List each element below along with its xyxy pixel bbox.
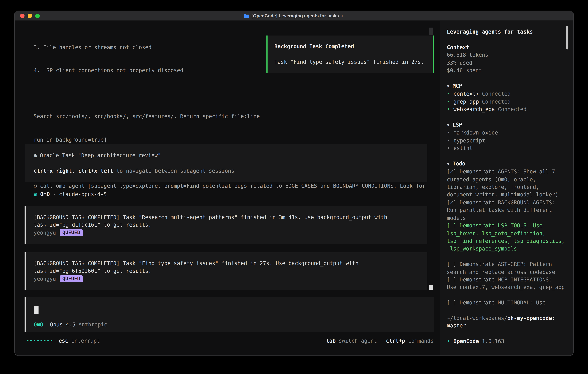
message-line: task_id="bg_6f59260c" to get results. <box>33 267 427 275</box>
mcp-section-header[interactable]: ▼MCP <box>447 82 571 90</box>
lsp-item: •typescript <box>447 137 571 144</box>
terminal-scrollback: 3. File handles or streams not closed 4.… <box>33 28 434 344</box>
focus-icon: ◐ <box>341 13 344 18</box>
context-tokens: 66,518 tokens <box>447 51 571 59</box>
message-author: yeongyu <box>33 229 56 237</box>
separator-dot: · <box>53 191 56 197</box>
current-agent: OmO <box>33 321 43 327</box>
zoom-window-button[interactable] <box>35 14 40 18</box>
agent-square-icon: ▣ <box>33 191 37 197</box>
context-used: 33% used <box>447 59 571 66</box>
tool-call-line: ⚙ call_omo_agent [subagent_type=explore,… <box>33 182 434 190</box>
mcp-item: •websearch_exaConnected <box>447 105 571 113</box>
message-line: [BACKGROUND TASK COMPLETED] Task "Resear… <box>33 213 427 221</box>
chevron-down-icon: ▼ <box>447 122 450 128</box>
session-sidebar: Leveraging agents for tasks Context 66,5… <box>441 21 573 356</box>
titlebar: [OpenCode] Leveraging agents for tasks ◐ <box>15 11 573 21</box>
text-cursor <box>34 306 39 314</box>
status-dot-icon: • <box>447 106 450 112</box>
current-model: Opus 4.5 <box>50 321 75 327</box>
workspace-path: ~/local-workspaces/oh-my-opencode: <box>447 314 571 322</box>
lsp-section-header[interactable]: ▼LSP <box>447 121 571 129</box>
chat-main: 3. File handles or streams not closed 4.… <box>15 21 441 356</box>
screen: [OpenCode] Leveraging agents for tasks ◐… <box>0 0 588 374</box>
status-dot-icon: • <box>447 137 450 144</box>
tab-key-label: switch agent <box>339 338 377 344</box>
todo-item-pending: [ ] Demonstrate MULTIMODAL: Use <box>447 299 571 306</box>
version-line: •OpenCode1.0.163 <box>447 337 571 345</box>
hint-keys: ctrl+x right, ctrl+x left <box>33 168 113 174</box>
workspace-branch: master <box>447 322 571 330</box>
agent-name: OmO <box>40 191 50 197</box>
model-info-row: OmOOpus 4.5Anthropic <box>33 321 107 328</box>
oracle-task-title: ◉Oracle Task "Deep architecture review" <box>33 151 427 159</box>
message-author: yeongyu <box>33 275 56 283</box>
todo-item-pending: [ ] Demonstrate AST-GREP: Pattern search… <box>447 260 571 276</box>
todo-item-active: [ ] Demonstrate LSP TOOLS: Use lsp_hover… <box>447 222 571 252</box>
window-title-text: [OpenCode] Leveraging agents for tasks <box>252 13 339 18</box>
close-window-button[interactable] <box>20 14 24 18</box>
message-line: task_id="bg_dcfac161" to get results. <box>33 221 427 229</box>
agent-model: claude-opus-4-5 <box>59 191 107 197</box>
agent-header: ▣OmO·claude-opus-4-5 <box>33 190 107 198</box>
scrollback-line <box>33 90 434 97</box>
status-dot-icon: • <box>447 98 450 104</box>
queued-message: [BACKGROUND TASK COMPLETED] Task "Find t… <box>25 252 427 290</box>
commands-key-label: commands <box>408 338 434 344</box>
scrollback-line: run_in_background=true] <box>33 136 434 144</box>
commands-key-hint: ctrl+p <box>386 338 405 344</box>
tab-key-hint: tab <box>326 338 336 344</box>
minimize-window-button[interactable] <box>28 14 32 18</box>
folder-icon <box>244 14 249 18</box>
todo-item-done: [✓] Demonstrate BACKGROUND AGENTS: Run p… <box>447 198 571 222</box>
toast-body: Task "Find type safety issues" finished … <box>274 58 427 66</box>
queued-message: [BACKGROUND TASK COMPLETED] Task "Resear… <box>25 206 427 244</box>
esc-key-label: interrupt <box>71 338 100 344</box>
window-title: [OpenCode] Leveraging agents for tasks ◐ <box>244 13 344 18</box>
esc-key-hint: esc <box>59 338 68 344</box>
lsp-item: •eslint <box>447 144 571 152</box>
session-title: Leveraging agents for tasks <box>447 28 571 36</box>
spinner-dots-icon: •••••••• <box>26 337 53 345</box>
status-dot-icon: • <box>447 145 450 151</box>
mcp-item: •grep_appConnected <box>447 98 571 105</box>
context-heading: Context <box>447 43 571 51</box>
model-provider: Anthropic <box>79 321 107 327</box>
record-icon: ◉ <box>33 152 37 158</box>
chevron-down-icon: ▼ <box>447 161 450 166</box>
chat-scrollbar-thumb-top[interactable] <box>430 28 433 35</box>
todo-section-header[interactable]: ▼Todo <box>447 160 571 168</box>
message-line: [BACKGROUND TASK COMPLETED] Task "Find t… <box>33 260 427 267</box>
todo-item-done: [✓] Demonstrate AGENTS: Show all 7 curat… <box>447 168 571 198</box>
context-spent: $0.46 spent <box>447 67 571 74</box>
status-bar: •••••••• escinterrupt tabswitch agent ct… <box>26 337 434 345</box>
traffic-lights <box>20 14 40 18</box>
status-dot-icon: • <box>447 130 450 136</box>
toast-title: Background Task Completed <box>274 43 427 50</box>
scrollback-line: Search src/tools/, src/hooks/, src/featu… <box>33 113 434 120</box>
status-dot-icon: • <box>447 91 450 97</box>
bullet-icon: • <box>447 338 450 344</box>
mcp-item: •context7Connected <box>447 90 571 98</box>
chat-scrollbar-thumb[interactable] <box>430 285 433 290</box>
background-task-toast: Background Task Completed Task "Find typ… <box>266 36 434 73</box>
lsp-item: •markdown-oxide <box>447 129 571 136</box>
prompt-input[interactable]: OmOOpus 4.5Anthropic <box>25 297 434 332</box>
oracle-task-panel: ◉Oracle Task "Deep architecture review" … <box>25 144 427 182</box>
sidebar-scrollbar-thumb[interactable] <box>566 26 568 50</box>
todo-item-pending: [ ] Demonstrate MCP INTEGRATIONS: Use co… <box>447 276 571 291</box>
queued-badge: QUEUED <box>60 275 83 282</box>
queued-badge: QUEUED <box>60 229 83 236</box>
terminal-window: [OpenCode] Leveraging agents for tasks ◐… <box>14 10 574 356</box>
subagent-nav-hint: ctrl+x right, ctrl+x left to navigate be… <box>33 167 427 175</box>
chevron-down-icon: ▼ <box>447 83 450 89</box>
